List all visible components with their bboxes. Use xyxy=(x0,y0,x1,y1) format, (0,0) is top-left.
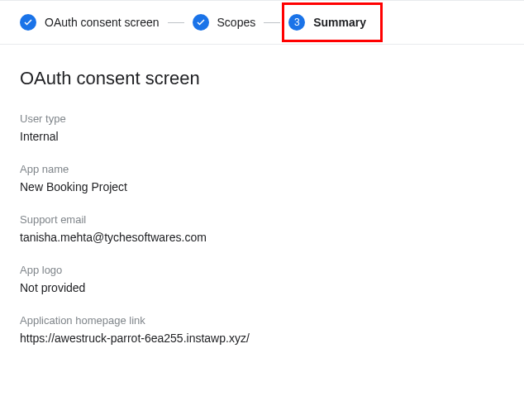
field-label: Application homepage link xyxy=(20,314,504,327)
field-label: App name xyxy=(20,163,504,175)
field-homepage-link: Application homepage link https://awestr… xyxy=(20,314,504,345)
section-title: OAuth consent screen xyxy=(20,68,504,89)
field-user-type: User type Internal xyxy=(20,112,504,143)
step-scopes[interactable]: Scopes xyxy=(193,14,256,31)
field-app-logo: App logo Not provided xyxy=(20,264,504,294)
content-area: OAuth consent screen User type Internal … xyxy=(0,45,524,388)
step-label: OAuth consent screen xyxy=(45,16,160,29)
step-connector xyxy=(168,22,184,23)
field-value: tanisha.mehta@tychesoftwares.com xyxy=(20,231,504,244)
field-value: https://awestruck-parrot-6ea255.instawp.… xyxy=(20,332,504,345)
stepper: OAuth consent screen Scopes 3 Summary xyxy=(0,0,524,45)
field-label: Support email xyxy=(20,213,504,226)
field-label: User type xyxy=(20,112,504,125)
field-app-name: App name New Booking Project xyxy=(20,163,504,193)
field-value: Not provided xyxy=(20,281,504,294)
step-connector xyxy=(264,22,280,23)
field-support-email: Support email tanisha.mehta@tychesoftwar… xyxy=(20,213,504,244)
field-value: Internal xyxy=(20,130,504,143)
check-icon xyxy=(20,14,36,31)
step-number-icon: 3 xyxy=(288,14,305,31)
step-label: Summary xyxy=(313,16,366,29)
step-summary[interactable]: 3 Summary xyxy=(288,14,366,31)
field-label: App logo xyxy=(20,264,504,276)
field-value: New Booking Project xyxy=(20,180,504,193)
step-label: Scopes xyxy=(217,16,256,29)
step-number: 3 xyxy=(294,17,300,28)
step-oauth-consent[interactable]: OAuth consent screen xyxy=(20,14,160,31)
check-icon xyxy=(193,14,209,31)
